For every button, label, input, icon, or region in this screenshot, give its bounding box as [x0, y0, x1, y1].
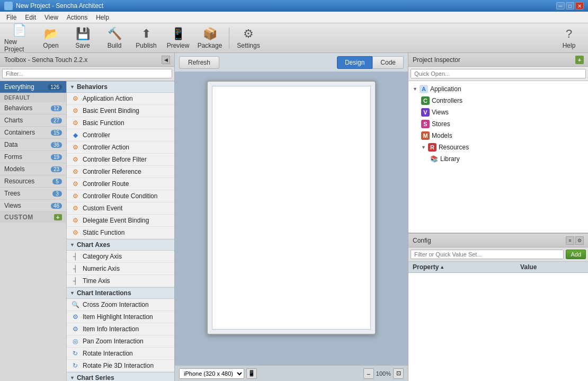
cat-behaviors-label: Behaviors	[4, 104, 32, 112]
item-application-action[interactable]: ⚙ Application Action	[67, 93, 174, 105]
cat-containers[interactable]: Containers 15	[0, 127, 66, 139]
item-numeric-axis[interactable]: ┤ Numeric Axis	[67, 263, 174, 275]
phone-canvas[interactable]	[212, 86, 371, 330]
item-category-axis[interactable]: ┤ Category Axis	[67, 251, 174, 263]
inspector-add-btn[interactable]: +	[575, 56, 584, 64]
item-rotate-interaction[interactable]: ↻ Rotate Interaction	[67, 348, 174, 360]
device-select[interactable]: iPhone (320 x 480)	[179, 368, 244, 379]
minimize-btn[interactable]: ─	[556, 2, 565, 10]
config-settings-btn[interactable]: ⚙	[575, 236, 584, 245]
item-delegate-event-binding-label: Delegate Event Binding	[83, 217, 149, 224]
cat-models[interactable]: Models 23	[0, 163, 66, 175]
cat-forms-label: Forms	[4, 153, 22, 161]
item-custom-event[interactable]: ⚙ Custom Event	[67, 202, 174, 215]
publish-label: Publish	[136, 42, 156, 49]
zoom-fit-btn[interactable]: ⊡	[393, 368, 404, 379]
basic-function-icon: ⚙	[71, 119, 79, 127]
menu-edit[interactable]: Edit	[21, 13, 40, 22]
toolbox-filter-input[interactable]	[2, 69, 172, 78]
menu-actions[interactable]: Actions	[63, 13, 92, 22]
open-button[interactable]: 📂 Open	[36, 25, 66, 51]
toolbox-title: Toolbox - Sencha Touch 2.2.x	[4, 56, 162, 64]
group-behaviors[interactable]: ▼ Behaviors	[67, 81, 174, 93]
toolbox-panel: Toolbox - Sencha Touch 2.2.x ◀ Everythin…	[0, 53, 175, 381]
menu-view[interactable]: View	[40, 13, 63, 22]
item-item-info-interaction[interactable]: ⚙ Item Info Interaction	[67, 323, 174, 335]
help-button[interactable]: ? Help	[554, 25, 584, 51]
application-arrow: ▼	[413, 86, 417, 92]
config-filter-input[interactable]	[411, 250, 564, 259]
item-pan-zoom-interaction[interactable]: ◎ Pan Zoom Interaction	[67, 335, 174, 348]
save-button[interactable]: 💾 Save	[68, 25, 97, 51]
cat-trees[interactable]: Trees 3	[0, 188, 66, 200]
item-static-function[interactable]: ⚙ Static Function	[67, 227, 174, 239]
cat-section-default: DEFAULT	[0, 93, 66, 102]
tree-stores-label: Stores	[432, 120, 450, 128]
item-cross-zoom-interaction[interactable]: 🔍 Cross Zoom Interaction	[67, 299, 174, 311]
cat-containers-label: Containers	[4, 129, 35, 136]
zoom-out-btn[interactable]: –	[363, 368, 374, 379]
config-list-btn[interactable]: ≡	[566, 236, 574, 245]
item-controller-before-filter[interactable]: ⚙ Controller Before Filter	[67, 154, 174, 166]
item-rotate-pie-3d-interaction[interactable]: ↻ Rotate Pie 3D Interaction	[67, 360, 174, 372]
zoom-level: 100%	[376, 370, 391, 377]
group-chart-series[interactable]: ▼ Chart Series	[67, 372, 174, 381]
item-controller-reference[interactable]: ⚙ Controller Reference	[67, 166, 174, 178]
item-time-axis[interactable]: ┤ Time Axis	[67, 275, 174, 287]
maximize-btn[interactable]: □	[566, 2, 574, 10]
item-delegate-event-binding[interactable]: ⚙ Delegate Event Binding	[67, 215, 174, 227]
toolbox-collapse-btn[interactable]: ◀	[162, 56, 170, 64]
menu-file[interactable]: File	[2, 13, 21, 22]
preview-icon: 📱	[171, 27, 185, 41]
tree-models[interactable]: M Models	[408, 130, 588, 141]
item-basic-function[interactable]: ⚙ Basic Function	[67, 117, 174, 129]
preview-button[interactable]: 📱 Preview	[163, 25, 193, 51]
tree-stores[interactable]: S Stores	[408, 118, 588, 130]
build-button[interactable]: 🔨 Build	[100, 25, 129, 51]
portrait-btn[interactable]: 📱	[246, 368, 257, 379]
quick-open-input[interactable]	[411, 69, 586, 78]
cat-views[interactable]: Views 46	[0, 200, 66, 212]
group-chart-axes[interactable]: ▼ Chart Axes	[67, 239, 174, 251]
cat-resources[interactable]: Resources 5	[0, 175, 66, 188]
cat-behaviors[interactable]: Behaviors 12	[0, 102, 66, 114]
menu-help[interactable]: Help	[92, 13, 113, 22]
item-custom-event-label: Custom Event	[83, 205, 122, 212]
tree-resources[interactable]: ▼ R Resources	[408, 141, 588, 153]
property-col-header[interactable]: Property ▲	[413, 263, 520, 271]
item-controller-route[interactable]: ⚙ Controller Route	[67, 178, 174, 190]
resources-icon: R	[428, 143, 436, 152]
cat-data[interactable]: Data 36	[0, 139, 66, 151]
item-item-highlight-interaction[interactable]: ⚙ Item Highlight Interaction	[67, 311, 174, 323]
publish-button[interactable]: ⬆ Publish	[131, 25, 161, 51]
item-basic-event-binding[interactable]: ⚙ Basic Event Binding	[67, 105, 174, 117]
controller-route-condition-icon: ⚙	[71, 192, 79, 200]
design-view-btn[interactable]: Design	[337, 56, 372, 69]
item-controller[interactable]: ◆ Controller	[67, 129, 174, 141]
refresh-button[interactable]: Refresh	[179, 56, 219, 69]
preview-label: Preview	[167, 42, 190, 49]
tree-library[interactable]: 📚 Library	[408, 153, 588, 165]
item-basic-function-label: Basic Function	[83, 119, 124, 127]
item-cross-zoom-interaction-label: Cross Zoom Interaction	[83, 301, 149, 308]
config-add-button[interactable]: Add	[566, 250, 586, 259]
settings-button[interactable]: ⚙ Settings	[234, 25, 263, 51]
tree-application[interactable]: ▼ A Application	[408, 83, 588, 95]
cat-charts[interactable]: Charts 27	[0, 114, 66, 127]
open-icon: 📂	[44, 27, 58, 41]
new-project-button[interactable]: 📄 New Project	[4, 25, 34, 51]
close-btn[interactable]: ✕	[575, 2, 584, 10]
item-pan-zoom-interaction-label: Pan Zoom Interaction	[83, 338, 144, 345]
cat-everything[interactable]: Everything 126	[0, 81, 66, 93]
code-view-btn[interactable]: Code	[372, 56, 404, 69]
rotate-pie-3d-interaction-icon: ↻	[71, 361, 79, 370]
custom-add-btn[interactable]: +	[54, 214, 62, 220]
group-chart-interactions[interactable]: ▼ Chart Interactions	[67, 287, 174, 299]
item-controller-reference-label: Controller Reference	[83, 168, 141, 175]
item-controller-route-condition[interactable]: ⚙ Controller Route Condition	[67, 190, 174, 202]
tree-views[interactable]: V Views	[408, 107, 588, 118]
package-button[interactable]: 📦 Package	[195, 25, 225, 51]
tree-controllers[interactable]: C Controllers	[408, 95, 588, 107]
item-controller-action[interactable]: ⚙ Controller Action	[67, 141, 174, 154]
cat-forms[interactable]: Forms 19	[0, 151, 66, 163]
